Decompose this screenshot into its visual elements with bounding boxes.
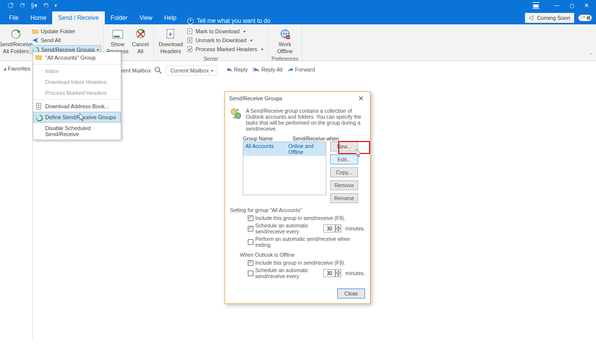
group-list-header: Group Name Send/Receive when <box>243 136 365 142</box>
tab-file[interactable]: File <box>3 11 24 24</box>
refresh-icon[interactable] <box>7 2 14 9</box>
copy-button[interactable]: Copy... <box>330 167 358 177</box>
send-receive-groups-menu: "All Accounts" Group Inbox Download Inbo… <box>33 52 121 140</box>
svg-point-13 <box>155 67 159 72</box>
ribbon-group-preferences: Preferences <box>272 56 298 63</box>
undo-icon[interactable] <box>43 2 50 9</box>
globe-offline-icon <box>279 28 291 40</box>
svg-rect-11 <box>36 103 41 109</box>
search-icon[interactable] <box>154 66 163 75</box>
ribbon-display-icon[interactable] <box>532 2 539 9</box>
menu-download-inbox-headers: Download Inbox Headers <box>33 76 121 87</box>
restore-button[interactable]: ▢ <box>564 0 579 11</box>
dialog-close-button[interactable]: ✕ <box>356 94 366 102</box>
menu-disable-scheduled[interactable]: Disable Scheduled Send/Receive <box>33 123 121 140</box>
minimize-button[interactable]: — <box>549 0 564 11</box>
close-button[interactable]: Close <box>337 289 365 298</box>
svg-point-15 <box>235 113 241 119</box>
address-book-icon <box>35 103 42 110</box>
send-receive-all-folders-button[interactable]: Send/Receive All Folders <box>2 26 30 56</box>
new-button[interactable]: New... <box>330 142 358 151</box>
title-bar: §▾ ▾ — ▢ ✕ <box>0 0 596 11</box>
progress-icon <box>112 28 124 40</box>
chevron-down-icon: ▾ <box>250 38 252 43</box>
forward-button[interactable]: Forward <box>288 67 315 73</box>
process-marked-headers-button[interactable]: Process Marked Headers ▾ <box>185 45 265 53</box>
search-scope-dropdown[interactable]: Current Mailbox ▾ <box>166 66 218 75</box>
tab-view[interactable]: View <box>134 11 158 24</box>
reply-button[interactable]: Reply <box>226 67 248 73</box>
quick-access-toolbar: §▾ ▾ <box>2 2 57 9</box>
ribbon-group-server: Server <box>204 56 218 63</box>
schedule-online-minutes[interactable] <box>323 224 335 232</box>
chk-schedule-offline[interactable] <box>248 271 253 276</box>
spin-up[interactable]: ▲ <box>335 224 341 228</box>
spin-down[interactable]: ▼ <box>335 228 341 232</box>
send-receive-groups-dialog: Send/Receive Groups ✕ A Send/Receive gro… <box>224 91 371 304</box>
dialog-title: Send/Receive Groups <box>229 95 283 101</box>
unmark-to-download-button[interactable]: Unmark to Download ▾ <box>185 36 265 44</box>
mark-download-icon <box>187 28 194 35</box>
tell-me-search[interactable]: Tell me what you want to do <box>182 17 270 24</box>
sync-icon <box>10 28 22 40</box>
work-offline-button[interactable]: Work Offline <box>273 26 298 56</box>
folder-refresh-icon <box>32 28 39 35</box>
download-headers-button[interactable]: Download Headers <box>157 26 185 56</box>
tab-send-receive[interactable]: Send / Receive <box>52 11 104 24</box>
sync-groups-icon <box>230 108 242 120</box>
svg-point-12 <box>38 105 39 106</box>
settings-offline-header: When Outlook is Offline <box>240 252 365 258</box>
remove-button[interactable]: Remove <box>330 180 358 190</box>
coming-soon-toggle[interactable]: Off <box>578 14 592 21</box>
megaphone-icon <box>529 15 535 21</box>
tab-folder[interactable]: Folder <box>105 11 134 24</box>
dialog-titlebar: Send/Receive Groups ✕ <box>225 92 370 105</box>
chk-include-offline[interactable] <box>248 260 253 266</box>
edit-button[interactable]: Edit... <box>330 154 358 164</box>
send-icon <box>32 37 39 44</box>
update-folder-button[interactable]: Update Folder <box>30 27 101 35</box>
svg-rect-1 <box>533 3 539 4</box>
spin-up[interactable]: ▲ <box>335 269 341 273</box>
col-when: Send/Receive when <box>293 136 339 142</box>
reply-all-button[interactable]: Reply All <box>253 67 283 73</box>
coming-soon-button[interactable]: Coming Soon <box>525 13 574 23</box>
rename-button[interactable]: Rename <box>330 193 358 203</box>
reply-toolbar: Reply Reply All Forward <box>226 67 315 73</box>
mark-to-download-button[interactable]: Mark to Download ▾ <box>185 27 265 35</box>
qat-customize-icon[interactable]: ▾ <box>55 3 57 8</box>
collapse-ribbon-icon[interactable]: ˆ <box>591 53 592 59</box>
settings-online-header: Setting for group "All Accounts" <box>230 207 365 213</box>
tab-help[interactable]: Help <box>158 11 183 24</box>
svg-rect-7 <box>187 47 192 52</box>
chevron-down-icon: ▾ <box>243 29 245 34</box>
group-icon <box>35 54 42 61</box>
group-row-all-accounts[interactable]: All Accounts Online and Offline <box>243 142 326 156</box>
chevron-down-icon: ▾ <box>261 47 263 52</box>
attach-icon[interactable]: §▾ <box>31 2 38 9</box>
search-row: rent Mailbox Current Mailbox ▾ <box>121 66 218 75</box>
col-group-name: Group Name <box>243 136 293 142</box>
send-all-button[interactable]: Send All <box>30 36 101 44</box>
forward-icon <box>288 67 294 73</box>
menu-all-accounts-group[interactable]: "All Accounts" Group <box>33 52 121 63</box>
schedule-offline-minutes[interactable] <box>323 269 335 277</box>
folder-pane: Favorites <box>0 62 33 340</box>
tab-home[interactable]: Home <box>24 11 52 24</box>
svg-rect-10 <box>36 56 42 60</box>
chk-schedule-online[interactable] <box>248 226 253 231</box>
favorites-header[interactable]: Favorites <box>3 66 29 72</box>
download-headers-icon <box>165 28 177 40</box>
redo-icon[interactable] <box>19 2 26 9</box>
process-headers-icon <box>187 46 194 53</box>
chk-exit[interactable] <box>248 239 253 245</box>
chk-include-online[interactable] <box>248 216 253 221</box>
tell-me-placeholder: Tell me what you want to do <box>197 17 270 24</box>
cancel-all-button[interactable]: Cancel All <box>130 26 151 56</box>
group-listbox[interactable]: All Accounts Online and Offline <box>243 142 326 195</box>
menu-define-send-receive-groups[interactable]: Define Send/Receive Groups <box>33 112 121 123</box>
menu-download-address-book[interactable]: Download Address Book... <box>33 101 121 112</box>
spin-down[interactable]: ▼ <box>335 273 341 277</box>
sync-small-icon <box>36 114 43 121</box>
close-button[interactable]: ✕ <box>579 0 594 11</box>
